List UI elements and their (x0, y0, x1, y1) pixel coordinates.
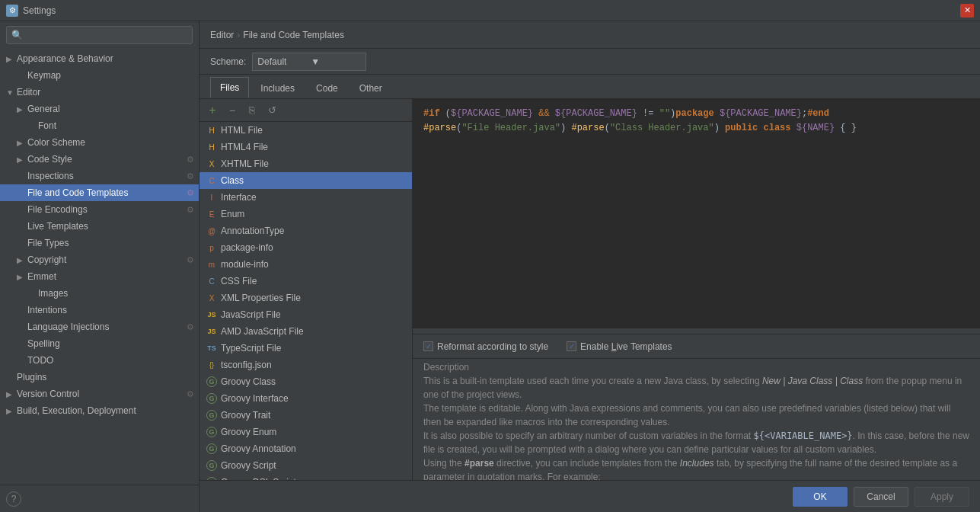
interface-file-icon: I (206, 192, 218, 203)
live-templates-checkbox[interactable]: ✓ Enable Live Templates (567, 341, 672, 352)
file-item-xhtml[interactable]: X XHTML File (200, 155, 412, 172)
sidebar-item-file-encodings[interactable]: File Encodings ⚙ (0, 201, 199, 218)
cancel-button[interactable]: Cancel (854, 487, 908, 507)
file-item-tsconfig[interactable]: {} tsconfig.json (200, 357, 412, 373)
app-icon: ⚙ (6, 5, 18, 17)
file-item-css[interactable]: C CSS File (200, 273, 412, 290)
content-area: + − ⎘ ↺ H HTML File H HTML4 File X (200, 99, 980, 480)
groovy-interface-icon: G (206, 393, 218, 404)
right-panel: Editor › File and Code Templates Scheme:… (200, 21, 980, 512)
file-item-html[interactable]: H HTML File (200, 122, 412, 139)
vc-arrow-icon: ▶ (6, 390, 17, 398)
file-item-package-info[interactable]: p package-info (200, 239, 412, 256)
html-file-icon: H (206, 125, 218, 136)
sidebar-item-copyright[interactable]: ▶ Copyright ⚙ (0, 251, 199, 268)
live-templates-checkbox-box[interactable]: ✓ (567, 341, 576, 351)
tabs-row: Files Includes Code Other (200, 75, 980, 99)
sidebar-item-editor[interactable]: ▼ Editor (0, 84, 199, 101)
sidebar-item-file-code-templates[interactable]: File and Code Templates ⚙ (0, 184, 199, 201)
help-button[interactable]: ? (6, 491, 21, 507)
file-item-html4[interactable]: H HTML4 File (200, 139, 412, 155)
badge-icon-inspections: ⚙ (187, 171, 194, 181)
close-button[interactable]: ✕ (960, 4, 974, 18)
file-item-groovy-trait[interactable]: G Groovy Trait (200, 407, 412, 424)
colorscheme-arrow-icon: ▶ (17, 139, 27, 147)
sidebar-item-font[interactable]: Font (0, 117, 199, 134)
editor-arrow-icon: ▼ (6, 88, 17, 97)
search-input[interactable] (26, 30, 187, 40)
sidebar-item-color-scheme[interactable]: ▶ Color Scheme (0, 134, 199, 151)
groovy-trait-icon: G (206, 410, 218, 421)
file-item-enum[interactable]: E Enum (200, 206, 412, 222)
checkboxes-row: ✓ Reformat according to style ✓ Enable L… (413, 334, 980, 358)
file-item-groovy-annotation[interactable]: G Groovy Annotation (200, 440, 412, 457)
tab-other[interactable]: Other (350, 77, 392, 98)
sidebar-item-general[interactable]: ▶ General (0, 101, 199, 117)
arrow-icon: ▶ (6, 55, 17, 63)
file-item-class[interactable]: C Class (200, 172, 412, 189)
scheme-value: Default (257, 56, 308, 67)
file-list-toolbar: + − ⎘ ↺ (200, 99, 412, 122)
description-area: Description This is a built-in template … (413, 358, 980, 480)
scheme-select[interactable]: Default ▼ (252, 53, 366, 71)
js-file-icon: JS (206, 309, 218, 320)
tab-code[interactable]: Code (306, 77, 348, 98)
sidebar-item-build[interactable]: ▶ Build, Execution, Deployment (0, 402, 199, 419)
codestyle-arrow-icon: ▶ (17, 155, 27, 164)
action-bar: OK Cancel Apply (200, 480, 980, 512)
sidebar-item-spelling[interactable]: Spelling (0, 335, 199, 352)
moduleinfo-file-icon: m (206, 259, 218, 270)
search-box[interactable]: 🔍 (6, 26, 193, 44)
sidebar-item-live-templates[interactable]: Live Templates (0, 218, 199, 235)
build-arrow-icon: ▶ (6, 407, 17, 415)
tab-includes[interactable]: Includes (251, 77, 305, 98)
sidebar-item-language-injections[interactable]: Language Injections ⚙ (0, 318, 199, 335)
file-item-groovy-class[interactable]: G Groovy Class (200, 373, 412, 390)
groovy-script-icon: G (206, 460, 218, 471)
general-arrow-icon: ▶ (17, 105, 27, 114)
file-item-typescript[interactable]: TS TypeScript File (200, 340, 412, 357)
css-file-icon: C (206, 276, 218, 286)
breadcrumb: Editor › File and Code Templates (200, 21, 980, 49)
sidebar-item-code-style[interactable]: ▶ Code Style ⚙ (0, 151, 199, 168)
sidebar-item-todo[interactable]: TODO (0, 352, 199, 369)
sidebar-bottom: ? (0, 485, 199, 512)
file-item-javascript[interactable]: JS JavaScript File (200, 306, 412, 323)
add-template-button[interactable]: + (204, 102, 221, 119)
file-item-module-info[interactable]: m module-info (200, 256, 412, 273)
scheme-row: Scheme: Default ▼ (200, 49, 980, 75)
sidebar-item-version-control[interactable]: ▶ Version Control ⚙ (0, 386, 199, 402)
file-item-interface[interactable]: I Interface (200, 189, 412, 206)
reformat-checkbox[interactable]: ✓ Reformat according to style (423, 341, 548, 352)
code-editor[interactable]: #if (${PACKAGE_NAME} && ${PACKAGE_NAME} … (413, 99, 980, 328)
file-item-annotation[interactable]: @ AnnotationType (200, 222, 412, 239)
xmlprops-file-icon: X (206, 293, 218, 303)
apply-button[interactable]: Apply (915, 487, 969, 507)
reformat-checkbox-box[interactable]: ✓ (423, 341, 433, 351)
file-item-groovy-dsl[interactable]: G Groovy DSL Script (200, 474, 412, 480)
file-item-amd-js[interactable]: JS AMD JavaScript File (200, 323, 412, 340)
sidebar-item-keymap[interactable]: Keymap (0, 67, 199, 84)
sidebar-item-file-types[interactable]: File Types (0, 235, 199, 251)
badge-icon-fct: ⚙ (187, 188, 194, 198)
reset-template-button[interactable]: ↺ (263, 102, 280, 119)
sidebar-item-intentions[interactable]: Intentions (0, 302, 199, 318)
sidebar-item-plugins[interactable]: Plugins (0, 369, 199, 386)
sidebar-item-appearance[interactable]: ▶ Appearance & Behavior (0, 50, 199, 67)
file-item-groovy-enum[interactable]: G Groovy Enum (200, 424, 412, 440)
description-text: This is a built-in template used each ti… (413, 374, 980, 480)
file-item-groovy-script[interactable]: G Groovy Script (200, 457, 412, 474)
tab-files[interactable]: Files (210, 77, 249, 98)
file-item-xml-props[interactable]: X XML Properties File (200, 290, 412, 306)
copy-template-button[interactable]: ⎘ (244, 102, 260, 119)
sidebar-item-images[interactable]: Images (0, 285, 199, 302)
remove-template-button[interactable]: − (224, 102, 241, 119)
sidebar-item-inspections[interactable]: Inspections ⚙ (0, 168, 199, 184)
editor-scrollbar[interactable] (413, 328, 980, 334)
sidebar-item-emmet[interactable]: ▶ Emmet (0, 268, 199, 285)
scheme-label: Scheme: (210, 56, 246, 67)
groovy-enum-icon: G (206, 427, 218, 437)
ok-button[interactable]: OK (793, 487, 848, 507)
editor-panel: #if (${PACKAGE_NAME} && ${PACKAGE_NAME} … (413, 99, 980, 480)
file-item-groovy-interface[interactable]: G Groovy Interface (200, 390, 412, 407)
